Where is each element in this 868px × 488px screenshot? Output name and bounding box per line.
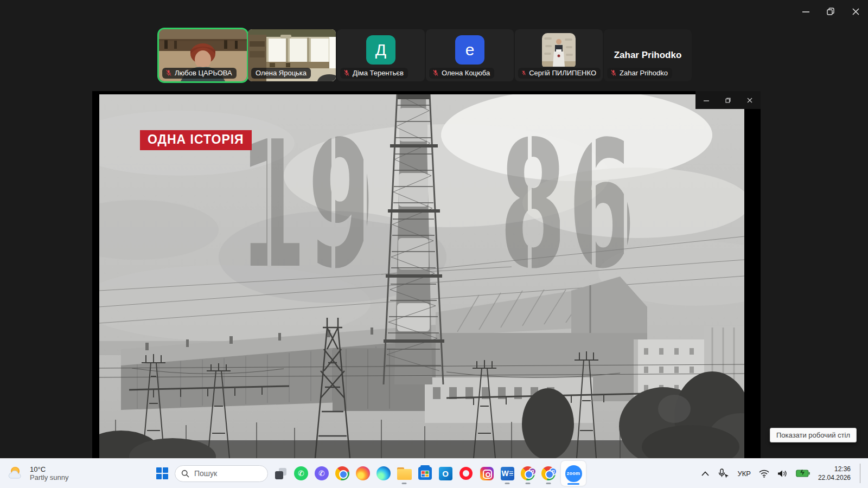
participant-name-tag: Олена Яроцька [251,68,311,79]
mic-off-icon [432,69,439,76]
shared-screen-region: 19 86 [92,91,761,458]
participant-name-tag: Zahar Prihodko [607,68,672,79]
chrome-profile-2-icon: Л [541,466,556,480]
minimize-icon [802,8,809,15]
show-desktop-tooltip: Показати робочий стіл [770,428,857,442]
shared-photo-chernobyl: 19 86 [99,94,744,458]
restore-button[interactable] [818,0,843,23]
show-desktop-button[interactable] [860,464,863,483]
taskbar-search[interactable] [175,465,268,482]
participant-avatar: е [455,35,484,65]
participant-name-tag: Сергій ПИЛИПЕНКО [518,68,601,79]
firefox-button[interactable] [355,461,371,486]
active-app-indicator [567,483,579,485]
avatar-initial: е [465,41,475,59]
firefox-icon [356,466,370,480]
whatsapp-button[interactable]: ✆ [293,461,309,486]
edge-icon [376,466,391,480]
chrome-profile-1-button[interactable]: Л [520,461,536,486]
running-indicator [526,483,531,484]
microsoft-store-icon [418,467,432,480]
instagram-icon [480,467,494,480]
battery-icon[interactable] [796,470,810,477]
mic-off-icon [521,69,526,76]
zoom-app-button[interactable]: zoom [561,461,586,486]
shared-minimize-icon [704,98,709,103]
shared-window-controls [695,91,761,109]
wifi-icon[interactable] [759,470,769,478]
running-indicator [546,483,551,484]
weather-condition: Partly sunny [30,473,69,481]
participant-tile-sergiy-pylypenko[interactable]: Сергій ПИЛИПЕНКО [515,29,603,81]
task-view-button[interactable] [272,461,289,486]
zoom-icon: zoom [565,465,582,482]
participant-avatar-photo [542,33,576,69]
participant-strip: Любов ЦАРЬОВА Олена Яроцька [159,29,692,81]
edge-button[interactable] [375,461,392,486]
participant-name: Сергій ПИЛИПЕНКО [529,69,596,77]
outlook-button[interactable]: O [437,461,454,486]
restore-icon [827,8,834,15]
system-tray: УКР 12:36 22.04.2026 [701,459,863,488]
participant-avatar: Д [366,35,395,65]
participant-name-tag: Діма Терентьєв [340,68,408,79]
chrome-profile-1-icon: Л [521,466,535,480]
window-controls [793,0,868,23]
taskbar-center-icons: ✆ ✆ O W Л [154,459,586,488]
participant-name: Любов ЦАРЬОВА [175,69,232,77]
chrome-icon [335,466,349,480]
taskbar-clock[interactable]: 12:36 22.04.2026 [818,465,851,482]
microsoft-store-button[interactable] [417,461,433,486]
shared-close-icon [747,98,752,103]
taskbar: 10°C Partly sunny ✆ ✆ O [0,458,868,488]
close-button[interactable] [843,0,868,23]
word-button[interactable]: W [499,461,515,486]
shared-restore-icon [725,98,731,103]
avatar-initial: Д [375,41,386,59]
whatsapp-icon: ✆ [294,466,308,480]
task-view-icon [275,468,286,479]
participant-name-tag: Любов ЦАРЬОВА [162,68,237,79]
slide-title-badge: ОДНА ІСТОРІЯ [140,130,252,150]
language-indicator[interactable]: УКР [737,470,751,478]
tray-time: 12:36 [818,465,851,473]
file-explorer-icon [397,469,412,480]
vent-stack [384,94,444,384]
running-indicator [402,483,407,484]
running-indicator [505,483,510,484]
start-button[interactable] [154,461,170,486]
participant-tile-lyubov-tsarova[interactable]: Любов ЦАРЬОВА [159,29,247,81]
profile-badge: Л [549,467,557,476]
participant-name-tag: Олена Коцюба [429,68,494,79]
tray-chevron-icon[interactable] [701,471,709,476]
mic-off-icon [165,69,172,76]
participant-name: Zahar Prihodko [620,69,668,77]
participant-name: Олена Яроцька [256,69,307,77]
viber-icon: ✆ [315,466,329,480]
chrome-profile-2-button[interactable]: Л [540,461,557,486]
participant-tile-olena-kotsyuba[interactable]: е Олена Коцюба [426,29,514,81]
opera-icon [459,467,473,480]
mic-off-icon [343,69,350,76]
partly-sunny-icon [8,465,25,481]
windows-start-icon [156,467,168,479]
close-icon [852,8,859,15]
mic-off-icon [610,69,617,76]
opera-button[interactable] [458,461,474,486]
word-icon: W [501,467,514,480]
chrome-button[interactable] [334,461,350,486]
file-explorer-button[interactable] [396,461,412,486]
search-input[interactable] [194,469,259,478]
voice-typing-mic-icon[interactable] [717,468,729,478]
participant-tile-dima-terentiev[interactable]: Д Діма Терентьєв [337,29,425,81]
participant-tile-zahar-prihodko[interactable]: Zahar Prihodko Zahar Prihodko [604,29,692,81]
tray-date: 22.04.2026 [818,473,851,482]
participant-tile-olena-yarotska[interactable]: Олена Яроцька [248,29,336,81]
volume-icon[interactable] [777,470,788,478]
viber-button[interactable]: ✆ [314,461,330,486]
outlook-icon: O [439,467,452,480]
weather-widget[interactable]: 10°C Partly sunny [8,459,69,488]
minimize-button[interactable] [793,0,818,23]
participant-name: Олена Коцюба [442,69,490,77]
instagram-button[interactable] [478,461,495,486]
